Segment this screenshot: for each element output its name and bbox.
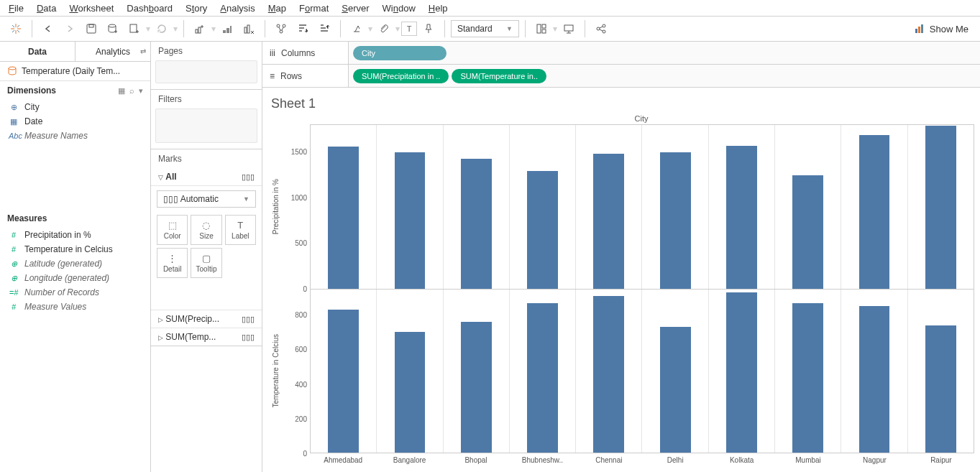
bar[interactable] — [593, 154, 624, 288]
bar[interactable] — [726, 146, 757, 288]
menu-format[interactable]: Format — [299, 3, 329, 14]
menu-story[interactable]: Story — [186, 3, 207, 14]
new-datasource-icon[interactable] — [103, 19, 123, 39]
mark-label[interactable]: TLabel — [225, 215, 256, 245]
bar[interactable] — [527, 303, 558, 453]
bar-cell[interactable] — [709, 290, 775, 453]
bar[interactable] — [660, 327, 691, 453]
group-icon[interactable] — [271, 19, 291, 39]
pages-shelf[interactable] — [155, 60, 257, 83]
highlight-icon[interactable] — [347, 19, 367, 39]
clear-sheet-icon[interactable] — [239, 19, 259, 39]
menu-worksheet[interactable]: Worksheet — [69, 3, 114, 14]
bar-cell[interactable] — [444, 290, 510, 453]
undo-icon[interactable] — [38, 19, 58, 39]
attach-icon[interactable] — [374, 19, 394, 39]
bar[interactable] — [395, 152, 426, 289]
bar[interactable] — [461, 159, 492, 289]
bar-cell[interactable] — [908, 125, 974, 289]
save-icon[interactable] — [81, 19, 101, 39]
menu-server[interactable]: Server — [342, 3, 369, 14]
bar[interactable] — [726, 292, 757, 453]
new-worksheet-icon[interactable] — [124, 19, 145, 39]
bar-cell[interactable] — [775, 125, 841, 289]
bar-cell[interactable] — [377, 125, 443, 289]
chart-precipitation[interactable] — [311, 125, 974, 290]
marks-shelf-precip[interactable]: ▷ SUM(Precip...▯▯▯ — [151, 310, 262, 328]
field-date[interactable]: ▦Date — [0, 114, 150, 129]
bar-cell[interactable] — [377, 290, 443, 453]
bar-cell[interactable] — [576, 290, 642, 453]
filters-shelf[interactable] — [155, 108, 257, 143]
marks-shelf-temp[interactable]: ▷ SUM(Temp...▯▯▯ — [151, 328, 262, 346]
field-longitude-generated-[interactable]: ⊕Longitude (generated) — [0, 271, 150, 285]
field-measure-names[interactable]: AbcMeasure Names — [0, 129, 150, 143]
tableau-logo-icon[interactable] — [6, 19, 26, 39]
menu-window[interactable]: Window — [383, 3, 416, 14]
fit-dropdown[interactable]: Standard▼ — [451, 20, 519, 37]
bar-cell[interactable] — [841, 290, 907, 453]
pill-temp[interactable]: SUM(Temperature in.. — [452, 69, 546, 83]
bar-cell[interactable] — [311, 290, 377, 453]
bar-cell[interactable] — [510, 290, 576, 453]
bar[interactable] — [925, 325, 956, 453]
menu-dashboard[interactable]: Dashboard — [127, 3, 173, 14]
bar-cell[interactable] — [576, 125, 642, 289]
swap-icon[interactable] — [190, 19, 210, 39]
sort-asc-icon[interactable] — [217, 19, 237, 39]
bar-cell[interactable] — [775, 290, 841, 453]
rows-shelf[interactable]: SUM(Precipitation in .. SUM(Temperature … — [349, 65, 980, 87]
show-me-button[interactable]: Show Me — [914, 23, 974, 34]
mark-type-dropdown[interactable]: ▯▯▯ Automatic▼ — [157, 190, 256, 208]
mark-detail[interactable]: ⋮Detail — [157, 248, 188, 278]
columns-shelf[interactable]: City — [349, 42, 980, 64]
pill-city[interactable]: City — [353, 46, 447, 60]
show-cards-icon[interactable] — [531, 19, 551, 39]
mark-color[interactable]: ⬚Color — [157, 215, 188, 245]
field-precipitation-in-[interactable]: #Precipitation in % — [0, 228, 150, 242]
tab-data[interactable]: Data — [0, 42, 75, 61]
bar[interactable] — [925, 126, 956, 288]
bar-cell[interactable] — [709, 125, 775, 289]
bar[interactable] — [593, 296, 624, 453]
menu-icon[interactable]: ▾ — [139, 86, 143, 96]
bar[interactable] — [792, 175, 823, 289]
bar-cell[interactable] — [510, 125, 576, 289]
marks-all-row[interactable]: ▽ All▯▯▯ — [151, 168, 262, 186]
pill-precip[interactable]: SUM(Precipitation in .. — [353, 69, 449, 83]
menu-data[interactable]: Data — [37, 3, 56, 14]
field-measure-values[interactable]: #Measure Values — [0, 300, 150, 314]
menu-help[interactable]: Help — [429, 3, 448, 14]
bar[interactable] — [859, 306, 890, 453]
mark-tooltip[interactable]: ▢Tooltip — [191, 248, 221, 278]
presentation-icon[interactable] — [559, 19, 579, 39]
bar[interactable] — [328, 310, 359, 453]
bar-cell[interactable] — [311, 125, 377, 289]
sort-desc-icon[interactable] — [293, 19, 313, 39]
bar[interactable] — [527, 171, 558, 288]
bar-cell[interactable] — [841, 125, 907, 289]
bar-cell[interactable] — [908, 290, 974, 453]
datasource-row[interactable]: Temperature (Daily Tem... — [0, 62, 150, 81]
bar[interactable] — [660, 152, 691, 289]
pin-icon[interactable] — [418, 19, 439, 39]
menu-analysis[interactable]: Analysis — [220, 3, 255, 14]
share-icon[interactable] — [591, 19, 611, 39]
refresh-icon[interactable] — [152, 19, 172, 39]
bar[interactable] — [328, 147, 359, 288]
search-icon[interactable]: ⌕ — [129, 86, 134, 96]
bar-cell[interactable] — [642, 125, 708, 289]
menu-map[interactable]: Map — [268, 3, 286, 14]
field-temperature-in-celcius[interactable]: #Temperature in Celcius — [0, 242, 150, 256]
view-icon[interactable]: ▦ — [118, 86, 125, 96]
tab-analytics[interactable]: Analytics⇄ — [75, 42, 150, 61]
bar[interactable] — [859, 135, 890, 289]
bar-cell[interactable] — [642, 290, 708, 453]
bar[interactable] — [395, 332, 426, 453]
mark-size[interactable]: ◌Size — [191, 215, 221, 245]
bar[interactable] — [461, 322, 492, 453]
field-latitude-generated-[interactable]: ⊕Latitude (generated) — [0, 256, 150, 271]
field-city[interactable]: ⊕City — [0, 100, 150, 114]
menu-file[interactable]: File — [9, 3, 24, 14]
sort-asc2-icon[interactable] — [314, 19, 334, 39]
